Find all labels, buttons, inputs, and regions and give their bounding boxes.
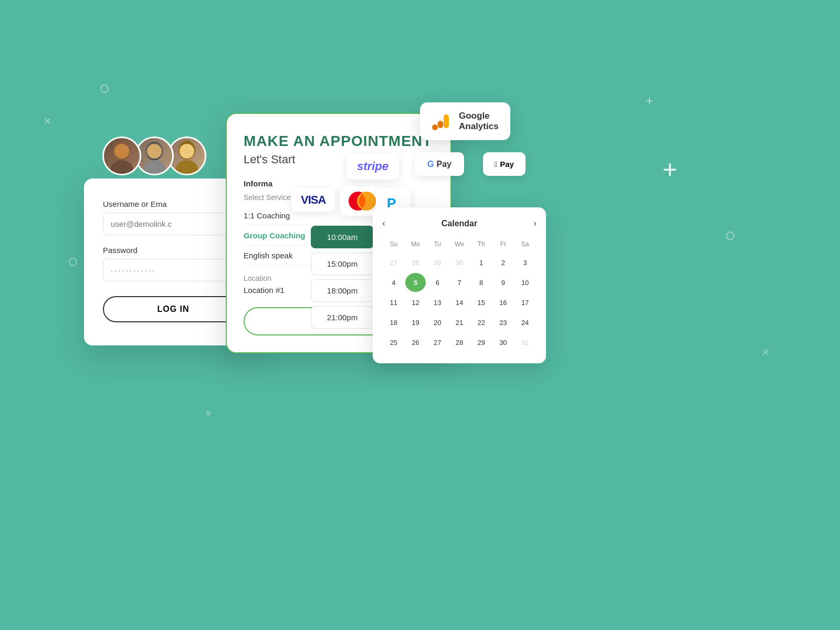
svg-point-19 xyxy=(432,124,438,130)
cal-day-tu: Tu xyxy=(427,238,448,252)
visa-badge: VISA xyxy=(291,188,335,212)
cal-cell[interactable]: 2 xyxy=(493,253,514,272)
gpay-badge: G Pay xyxy=(415,152,464,176)
cal-cell[interactable]: 8 xyxy=(471,273,492,292)
svg-point-2 xyxy=(69,258,77,266)
time-slots-panel: 10:00am 15:00pm 18:00pm 21:00pm xyxy=(311,226,374,329)
visa-label: VISA xyxy=(291,188,335,212)
cal-cell[interactable]: 14 xyxy=(449,293,470,312)
cal-cell[interactable]: 24 xyxy=(514,313,536,332)
google-analytics-badge: Google Analytics xyxy=(420,102,510,140)
cal-cell[interactable]: 19 xyxy=(405,313,426,332)
cal-cell[interactable]: 4 xyxy=(383,273,404,292)
avatar-1 xyxy=(102,136,141,175)
cal-cell[interactable]: 26 xyxy=(405,333,426,352)
cal-cell[interactable]: 31 xyxy=(514,333,536,352)
svg-point-1 xyxy=(101,85,108,92)
info-label: Informa xyxy=(244,179,434,188)
gpay-label: G Pay xyxy=(415,152,464,176)
cal-cell[interactable]: 17 xyxy=(514,293,536,312)
stripe-label: stripe xyxy=(346,153,399,180)
calendar-prev-button[interactable]: ‹ xyxy=(382,218,385,229)
calendar-grid: Su Mo Tu We Th Fr Sa 2728293012345678910… xyxy=(382,237,537,353)
time-slot-3[interactable]: 18:00pm xyxy=(311,279,374,302)
google-analytics-icon xyxy=(432,111,453,132)
cal-cell[interactable]: 15 xyxy=(471,293,492,312)
cal-cell[interactable]: 16 xyxy=(493,293,514,312)
cal-cell[interactable]: 1 xyxy=(471,253,492,272)
calendar-header: ‹ Calendar › xyxy=(382,218,537,229)
username-label: Username or Ema xyxy=(103,200,244,208)
cal-day-we: We xyxy=(449,238,470,252)
cal-cell[interactable]: 12 xyxy=(405,293,426,312)
svg-point-15 xyxy=(175,160,198,175)
cal-cell[interactable]: 3 xyxy=(514,253,536,272)
appointment-subtitle: Let's Start xyxy=(244,153,434,166)
cal-cell[interactable]: 27 xyxy=(427,333,448,352)
cal-cell[interactable]: 30 xyxy=(449,253,470,272)
cal-day-sa: Sa xyxy=(514,238,536,252)
password-label: Password xyxy=(103,246,244,255)
username-input[interactable] xyxy=(103,213,244,235)
cal-cell[interactable]: 21 xyxy=(449,313,470,332)
svg-rect-18 xyxy=(438,121,443,128)
svg-text:+: + xyxy=(646,94,653,107)
svg-point-12 xyxy=(143,160,166,175)
cal-cell[interactable]: 29 xyxy=(427,253,448,272)
svg-text:×: × xyxy=(762,346,769,358)
svg-rect-17 xyxy=(444,114,449,128)
cal-cell[interactable]: 28 xyxy=(449,333,470,352)
applepay-label:  Pay xyxy=(483,152,526,176)
calendar-widget: ‹ Calendar › Su Mo Tu We Th Fr Sa 272829… xyxy=(373,207,546,363)
calendar-title: Calendar xyxy=(442,219,477,228)
cal-cell[interactable]: 30 xyxy=(493,333,514,352)
cal-cell[interactable]: 22 xyxy=(471,313,492,332)
cal-cell[interactable]: 6 xyxy=(427,273,448,292)
cal-cell[interactable]: 23 xyxy=(493,313,514,332)
svg-text:×: × xyxy=(44,116,51,127)
google-analytics-text: Google Analytics xyxy=(459,111,499,132)
cal-cell[interactable]: 29 xyxy=(471,333,492,352)
applepay-badge:  Pay xyxy=(483,152,526,176)
cal-cell[interactable]: 20 xyxy=(427,313,448,332)
login-button[interactable]: LOG IN xyxy=(103,296,244,322)
avatars-row xyxy=(102,136,206,175)
cal-cell[interactable]: 25 xyxy=(383,333,404,352)
cal-cell[interactable]: 28 xyxy=(405,253,426,272)
cal-cell[interactable]: 7 xyxy=(449,273,470,292)
svg-point-5 xyxy=(727,232,734,239)
svg-point-9 xyxy=(110,160,133,175)
ga-line1: Google xyxy=(459,111,499,121)
cal-cell[interactable]: 5 xyxy=(405,273,426,292)
time-slot-2[interactable]: 15:00pm xyxy=(311,253,374,275)
cal-cell[interactable]: 27 xyxy=(383,253,404,272)
cal-cell[interactable]: 13 xyxy=(427,293,448,312)
cal-cell[interactable]: 18 xyxy=(383,313,404,332)
appointment-title: MAKE AN APPOINTMENT xyxy=(244,133,434,150)
cal-day-su: Su xyxy=(383,238,404,252)
ga-line2: Analytics xyxy=(459,121,499,132)
svg-point-16 xyxy=(180,144,194,159)
cal-day-mo: Mo xyxy=(405,238,426,252)
svg-point-10 xyxy=(114,144,129,159)
cal-cell[interactable]: 10 xyxy=(514,273,536,292)
plus-decoration: + xyxy=(663,155,677,184)
cal-day-fr: Fr xyxy=(493,238,514,252)
cal-day-th: Th xyxy=(471,238,492,252)
password-input[interactable] xyxy=(103,259,244,281)
cal-cell[interactable]: 11 xyxy=(383,293,404,312)
time-slot-4[interactable]: 21:00pm xyxy=(311,306,374,329)
svg-point-13 xyxy=(147,144,162,159)
stripe-badge: stripe xyxy=(346,153,399,180)
svg-point-7 xyxy=(206,411,211,416)
calendar-next-button[interactable]: › xyxy=(533,218,537,229)
cal-cell[interactable]: 9 xyxy=(493,273,514,292)
time-slot-1[interactable]: 10:00am xyxy=(311,226,374,248)
